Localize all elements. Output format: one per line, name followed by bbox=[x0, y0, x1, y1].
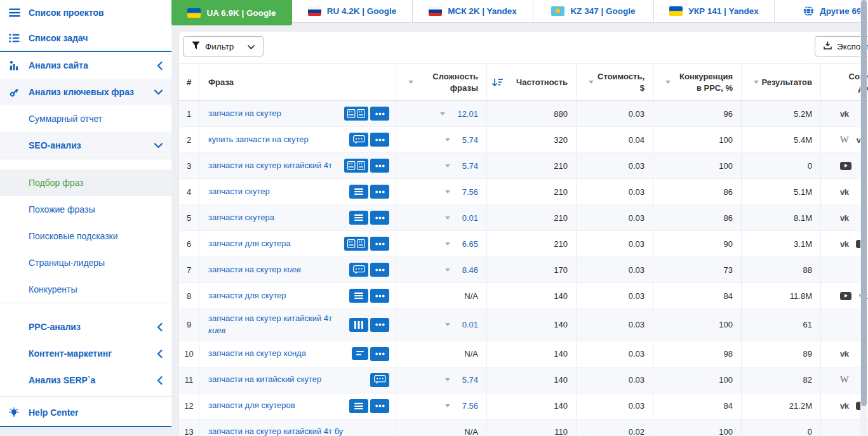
sidebar-item[interactable]: Страницы-лидеры bbox=[0, 249, 171, 276]
sidebar-item[interactable]: Контент-маркетинг bbox=[0, 340, 171, 367]
vertical-bars-icon[interactable] bbox=[349, 318, 368, 332]
difficulty-value-link[interactable]: 12.01 bbox=[457, 109, 478, 119]
phrase-link[interactable]: запчасти для скутер bbox=[208, 290, 344, 302]
difficulty-value-link[interactable]: 5.74 bbox=[462, 135, 478, 145]
dropdown-triangle-icon[interactable] bbox=[445, 323, 450, 326]
filter-button[interactable]: Фильтр bbox=[183, 36, 264, 56]
phrase-link[interactable]: запчасти скутер bbox=[208, 186, 344, 198]
phrase-link[interactable]: запчасти скутера bbox=[208, 212, 344, 224]
serp-cards-icon[interactable] bbox=[344, 107, 368, 121]
sidebar-item-label: Анализ сайта bbox=[29, 60, 157, 70]
chat-bubble-icon[interactable] bbox=[349, 133, 368, 147]
region-tab[interactable]: УКР 141 | Yandex bbox=[654, 0, 775, 23]
more-actions-icon[interactable] bbox=[370, 211, 389, 225]
sidebar-scrollbar[interactable] bbox=[860, 0, 867, 436]
column-header-results[interactable]: Результатов bbox=[742, 64, 821, 100]
dropdown-triangle-icon[interactable] bbox=[445, 378, 450, 381]
chat-bubble-icon[interactable] bbox=[370, 373, 389, 387]
column-header-competition[interactable]: Конкуренцияв PPC, % bbox=[653, 64, 742, 100]
difficulty-value-link[interactable]: 7.56 bbox=[462, 187, 478, 197]
phrase-link[interactable]: запчасти на китайский скутер bbox=[208, 374, 365, 386]
sidebar-item[interactable]: Анализ SERP`a bbox=[0, 367, 171, 393]
difficulty-value-link[interactable]: 0.01 bbox=[462, 213, 478, 223]
region-tab[interactable]: UA 6.9K | Google bbox=[171, 0, 292, 25]
more-actions-icon[interactable] bbox=[370, 347, 389, 361]
difficulty-value-link[interactable]: 8.46 bbox=[462, 265, 478, 275]
sidebar-item-label: Суммарный отчет bbox=[29, 114, 163, 124]
more-actions-icon[interactable] bbox=[370, 185, 389, 199]
cost-value: 0.03 bbox=[577, 179, 653, 204]
sidebar-item-label: Список задач bbox=[29, 33, 163, 43]
chat-bubble-icon[interactable] bbox=[349, 263, 368, 277]
difficulty-value-link[interactable]: 5.74 bbox=[462, 161, 478, 171]
dropdown-triangle-icon[interactable] bbox=[445, 242, 450, 246]
more-actions-icon[interactable] bbox=[370, 107, 389, 121]
scrollbar-thumb[interactable] bbox=[861, 0, 867, 406]
more-actions-icon[interactable] bbox=[370, 263, 389, 277]
sidebar-item[interactable]: Конкуренты bbox=[0, 276, 171, 303]
sidebar-item[interactable]: Поисковые подсказки bbox=[0, 223, 171, 249]
sort-triangle-icon[interactable] bbox=[665, 81, 671, 84]
column-header-cost[interactable]: Стоимость,$ bbox=[577, 64, 653, 100]
region-tab[interactable]: RU 4.2K | Google bbox=[292, 0, 413, 23]
phrase-link[interactable]: купить запчасти на скутер bbox=[208, 134, 344, 146]
dropdown-triangle-icon[interactable] bbox=[445, 164, 450, 168]
menu-lines-icon[interactable] bbox=[349, 289, 368, 303]
column-header-frequency[interactable]: Частотность bbox=[487, 64, 577, 100]
phrase-link[interactable]: запчасти для скутера bbox=[208, 238, 339, 250]
column-header-phrase[interactable]: Фраза bbox=[199, 64, 396, 100]
more-actions-icon[interactable] bbox=[370, 159, 389, 173]
sidebar-item[interactable]: Список задач bbox=[0, 25, 171, 51]
more-actions-icon[interactable] bbox=[370, 318, 389, 332]
more-actions-icon[interactable] bbox=[370, 237, 389, 251]
difficulty-value: N/A bbox=[464, 349, 478, 359]
menu-lines-icon[interactable] bbox=[349, 185, 368, 199]
phrase-link[interactable]: запчасти на скутер киев bbox=[208, 264, 344, 276]
difficulty-value-link[interactable]: 0.01 bbox=[462, 320, 478, 329]
phrase-link[interactable]: запчасти на скутер китайский 4т bbox=[208, 160, 339, 172]
sort-triangle-icon[interactable] bbox=[589, 81, 594, 84]
menu-lines-icon[interactable] bbox=[349, 399, 368, 413]
sidebar-item[interactable]: Анализ сайта bbox=[0, 52, 171, 79]
serp-cards-icon[interactable] bbox=[344, 159, 368, 173]
hamburger-icon bbox=[9, 8, 29, 18]
dropdown-triangle-icon[interactable] bbox=[445, 190, 450, 194]
phrase-link[interactable]: запчасти на скутер хонда bbox=[208, 348, 347, 360]
sidebar-item[interactable]: Help Center bbox=[0, 399, 171, 426]
sidebar-item[interactable]: Похожие фразы bbox=[0, 196, 171, 223]
chevron-down-icon bbox=[154, 143, 163, 149]
more-actions-icon[interactable] bbox=[370, 133, 389, 147]
phrase-link[interactable]: запчасти для скутеров bbox=[208, 400, 344, 412]
difficulty-cell: 5.74 bbox=[396, 153, 487, 178]
serp-cards-icon[interactable] bbox=[344, 237, 368, 251]
difficulty-value-link[interactable]: 5.74 bbox=[462, 375, 478, 385]
dropdown-triangle-icon[interactable] bbox=[440, 112, 445, 116]
region-tab[interactable]: KZ 347 | Google bbox=[533, 0, 654, 23]
menu-lines-icon[interactable] bbox=[349, 211, 368, 225]
sidebar-item[interactable]: Подбор фраз bbox=[0, 169, 171, 196]
dropdown-triangle-icon[interactable] bbox=[445, 268, 450, 272]
difficulty-value-link[interactable]: 6.65 bbox=[462, 239, 478, 249]
sidebar-item[interactable]: PPC-анализ bbox=[0, 314, 171, 340]
sort-triangle-icon[interactable] bbox=[754, 81, 759, 84]
more-actions-icon[interactable] bbox=[370, 399, 389, 413]
more-actions-icon[interactable] bbox=[370, 289, 389, 303]
equals-lines-icon[interactable] bbox=[352, 347, 368, 360]
column-header-difficulty[interactable]: Сложностьфразы bbox=[396, 64, 487, 100]
sidebar-item[interactable]: SEO-анализ bbox=[0, 132, 171, 159]
sidebar-item[interactable]: Список проектов bbox=[0, 0, 171, 25]
sidebar-item[interactable]: Суммарный отчет bbox=[0, 105, 171, 132]
sort-descending-icon[interactable] bbox=[492, 78, 504, 87]
sort-triangle-icon[interactable] bbox=[408, 81, 413, 84]
phrase-link[interactable]: запчасти на скутер китайский 4ткиев bbox=[208, 313, 344, 337]
competition-value: 96 bbox=[653, 101, 742, 126]
difficulty-value-link[interactable]: 7.56 bbox=[462, 401, 478, 411]
sidebar-item[interactable]: Анализ ключевых фраз bbox=[0, 79, 171, 105]
dropdown-triangle-icon[interactable] bbox=[445, 138, 450, 142]
region-tab[interactable]: Другие 694 bbox=[775, 0, 868, 23]
dropdown-triangle-icon[interactable] bbox=[445, 404, 450, 407]
phrase-link[interactable]: запчасти на скутер китайский 4т бу bbox=[208, 426, 384, 436]
region-tab[interactable]: МСК 2K | Yandex bbox=[413, 0, 533, 23]
dropdown-triangle-icon[interactable] bbox=[445, 216, 450, 220]
phrase-link[interactable]: запчасти на скутер bbox=[208, 108, 339, 120]
